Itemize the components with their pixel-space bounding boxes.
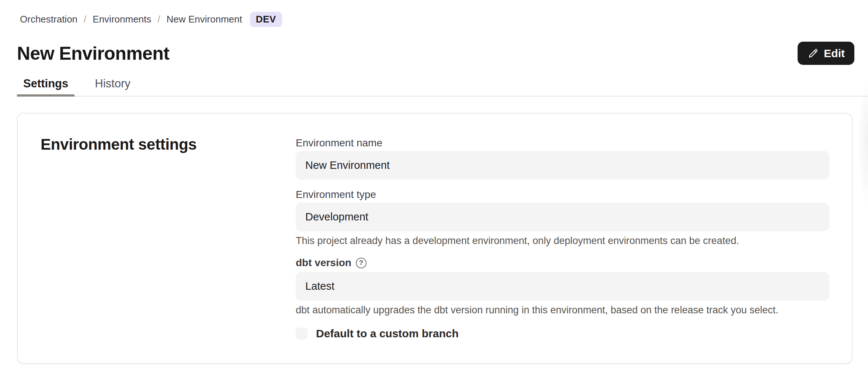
pencil-icon — [807, 48, 819, 59]
dbt-version-helper-text: dbt automatically upgrades the dbt versi… — [296, 304, 829, 316]
custom-branch-row: Default to a custom branch — [296, 327, 829, 340]
card-heading: Environment settings — [41, 136, 197, 153]
tab-history-label: History — [95, 77, 130, 90]
env-type-badge: DEV — [250, 12, 282, 27]
breadcrumb-item-environments[interactable]: Environments — [93, 14, 151, 25]
help-icon[interactable]: ? — [356, 258, 367, 268]
page-title: New Environment — [17, 43, 169, 64]
breadcrumb-separator: / — [157, 14, 160, 25]
environment-type-label-text: Environment type — [296, 189, 376, 200]
environment-settings-card: Environment settings Environment name Ne… — [17, 113, 853, 364]
edit-button[interactable]: Edit — [798, 42, 854, 65]
environment-name-label: Environment name — [296, 138, 829, 148]
environment-type-input[interactable]: Development — [296, 203, 829, 231]
breadcrumb-separator: / — [84, 14, 86, 25]
breadcrumb-item-current[interactable]: New Environment — [167, 14, 242, 25]
custom-branch-checkbox[interactable] — [296, 328, 308, 340]
dbt-version-input[interactable]: Latest — [296, 272, 829, 300]
dbt-version-label: dbt version ? — [296, 257, 829, 269]
edit-button-label: Edit — [824, 47, 845, 60]
tab-settings-label: Settings — [23, 77, 68, 90]
breadcrumb: Orchestration / Environments / New Envir… — [20, 11, 282, 27]
dbt-version-label-text: dbt version — [296, 257, 351, 269]
environment-settings-form: Environment name New Environment Environ… — [296, 138, 829, 340]
custom-branch-label[interactable]: Default to a custom branch — [316, 327, 459, 340]
breadcrumb-item-orchestration[interactable]: Orchestration — [20, 14, 77, 25]
environment-type-label: Environment type — [296, 189, 829, 200]
environment-type-helper-text: This project already has a development e… — [296, 235, 829, 247]
tab-history[interactable]: History — [88, 77, 136, 96]
environment-name-label-text: Environment name — [296, 138, 382, 148]
tab-bar: Settings History — [17, 77, 868, 97]
environment-name-input[interactable]: New Environment — [296, 151, 829, 180]
tab-settings[interactable]: Settings — [17, 77, 74, 96]
